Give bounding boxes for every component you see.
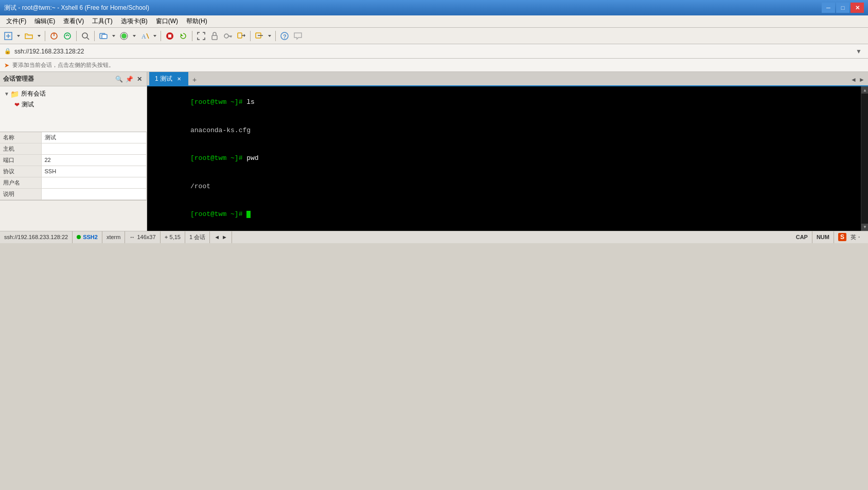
new-session-dropdown[interactable] [15,30,22,42]
menu-help[interactable]: 帮助(H) [182,16,211,27]
folder-icon: 📁 [10,90,19,98]
font-button[interactable]: A [138,30,151,42]
scrollbar-track[interactable] [861,94,868,224]
cmd-1: ls [246,98,255,106]
maximize-button[interactable]: □ [836,3,849,13]
menu-view[interactable]: 查看(V) [59,16,88,27]
minimize-button[interactable]: ─ [822,3,835,13]
terminal-line-5: [root@twm ~]# [150,201,858,229]
title-bar-buttons: ─ □ ✕ [822,3,864,13]
terminal-content[interactable]: [root@twm ~]# ls anaconda-ks.cfg [root@t… [147,86,861,231]
session-tree: ▼ 📁 所有会话 ❤ 测试 [0,86,147,132]
menu-tabs[interactable]: 选项卡(B) [117,16,152,27]
bookmark-bar: ➤ 要添加当前会话，点击左侧的箭头按钮。 [0,59,868,72]
color-dropdown[interactable] [131,30,137,42]
session-info-value-username [41,177,147,188]
menu-tools[interactable]: 工具(T) [88,16,116,27]
session-item-icon: ❤ [14,101,20,108]
key-button[interactable] [222,30,234,42]
tree-session-item[interactable]: ❤ 测试 [2,99,145,110]
terminal-line-1: [root@twm ~]# ls [150,88,858,117]
settings-button[interactable] [253,30,265,42]
separator-4 [161,31,161,41]
svg-line-17 [147,33,149,39]
session-info-row-protocol: 协议 SSH [0,166,147,177]
session-info-label-host: 主机 [0,143,41,154]
scrollbar-up-btn[interactable]: ▲ [861,86,868,94]
transfer-button[interactable] [235,30,247,42]
session-info-row-username: 用户名 [0,177,147,188]
stop-button[interactable] [164,30,176,42]
open-session-dropdown[interactable] [36,30,42,42]
terminal-body: [root@twm ~]# ls anaconda-ks.cfg [root@t… [147,86,868,231]
menu-edit[interactable]: 编辑(E) [30,16,59,27]
session-search-btn[interactable]: 🔍 [115,75,123,83]
fullscreen-button[interactable] [195,30,207,42]
tab-nav-left[interactable]: ◄ [849,74,858,85]
status-num: NUM [817,234,829,240]
status-position: 5,15 [170,234,181,240]
svg-rect-20 [168,34,171,38]
reconnect-button[interactable] [97,30,110,42]
session-info-value-desc [41,188,147,199]
svg-marker-12 [112,35,115,37]
status-nav-left[interactable]: ◄ [214,234,220,240]
status-nav-right[interactable]: ► [222,234,227,240]
tree-root-item[interactable]: ▼ 📁 所有会话 [2,88,145,99]
session-panel-close[interactable]: ✕ [135,75,144,83]
close-button[interactable]: ✕ [851,3,864,13]
refresh-button[interactable] [177,30,189,42]
search-button[interactable] [79,30,92,42]
help-button[interactable]: ? [278,30,291,42]
new-session-button[interactable] [2,30,14,42]
disconnect-button[interactable] [61,30,74,42]
tree-session-label: 测试 [22,100,34,109]
svg-text:?: ? [283,33,287,40]
menu-file[interactable]: 文件(F) [2,16,30,27]
address-dropdown-btn[interactable]: ▼ [856,48,864,55]
prompt-1: [root@twm ~]# [190,98,246,106]
session-panel-pin[interactable]: 📌 [125,75,133,83]
tab-add-button[interactable]: + [188,74,201,85]
bookmark-hint-text: 要添加当前会话，点击左侧的箭头按钮。 [12,61,114,69]
settings-dropdown[interactable] [267,30,273,42]
status-bar: ssh://192.168.233.128:22 SSH2 xterm ↔ 14… [0,231,868,243]
status-num-item: NUM [812,231,834,243]
lock-button[interactable] [208,30,221,42]
terminal-line-4: /root [150,173,858,201]
svg-marker-32 [268,35,271,37]
tab-nav-right[interactable]: ► [858,74,866,85]
session-info-label-name: 名称 [0,132,41,143]
menu-window[interactable]: 窗口(W) [152,16,182,27]
tree-root-label: 所有会话 [21,89,46,98]
svg-point-23 [224,34,228,38]
separator-1 [45,31,45,41]
status-sessions: 1 会话 [189,233,205,241]
session-info-label-protocol: 协议 [0,166,41,177]
terminal-line-3: [root@twm ~]# pwd [150,144,858,173]
session-info: 名称 测试 主机 端口 22 协议 SSH 用户名 [0,132,147,231]
color-button[interactable] [118,30,130,42]
tab-1[interactable]: 1 测试 ✕ [149,72,188,85]
connect-button[interactable] [48,30,60,42]
separator-7 [275,31,276,41]
session-info-value-name: 测试 [41,132,147,143]
svg-marker-3 [17,35,20,37]
status-size-icon: ↔ [129,234,135,240]
font-dropdown[interactable] [152,30,158,42]
menu-bar: 文件(F) 编辑(E) 查看(V) 工具(T) 选项卡(B) 窗口(W) 帮助(… [0,15,868,28]
terminal-line-2: anaconda-ks.cfg [150,117,858,145]
chat-button[interactable] [292,30,304,42]
session-info-value-protocol: SSH [41,166,147,177]
scrollbar-down-btn[interactable]: ▼ [861,224,868,231]
open-session-button[interactable] [23,30,35,42]
title-bar: 测试 - root@twm:~ - Xshell 6 (Free for Hom… [0,0,868,15]
status-sessions-item: 1 会话 [185,231,210,243]
svg-rect-27 [238,33,242,38]
reconnect-dropdown[interactable] [111,30,117,42]
status-terminal-item: xterm [102,231,126,243]
tab-1-close[interactable]: ✕ [175,76,183,83]
session-info-value-host [41,143,147,154]
session-info-row-desc: 说明 [0,188,147,199]
session-info-row-name: 名称 测试 [0,132,147,143]
